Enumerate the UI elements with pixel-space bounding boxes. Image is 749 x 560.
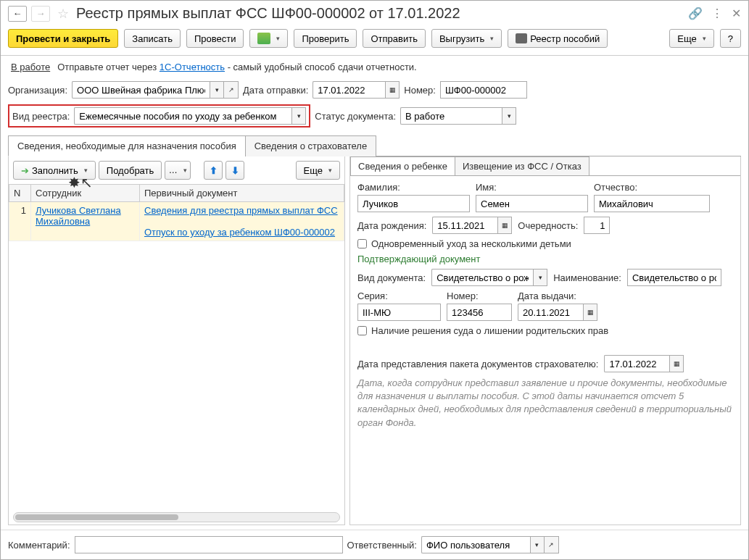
doc-status-input[interactable] xyxy=(400,107,502,125)
pname-input[interactable] xyxy=(594,195,710,212)
doc-status-dd-icon[interactable]: ▾ xyxy=(502,107,516,125)
doc-link[interactable]: Сведения для реестра прямых выплат ФСС xyxy=(144,205,338,216)
check-button[interactable]: Проверить xyxy=(294,29,357,48)
send-button[interactable]: Отправить xyxy=(363,29,425,48)
resp-dd-icon[interactable]: ▾ xyxy=(530,536,545,553)
col-doc[interactable]: Первичный документ xyxy=(140,185,344,202)
move-up-button[interactable]: ⬆ xyxy=(204,161,223,180)
pkg-hint: Дата, когда сотрудник представил заявлен… xyxy=(357,377,733,430)
h-scrollbar[interactable] xyxy=(13,512,340,522)
doctype-dd-icon[interactable]: ▾ xyxy=(533,269,547,286)
num-label: Номер: xyxy=(447,291,512,301)
series-label: Серия: xyxy=(357,291,441,301)
pick-button[interactable]: Подобрать xyxy=(99,161,162,180)
employee-link[interactable]: Лучикова Светлана Михайловна xyxy=(36,205,121,227)
docname-label: Наименование: xyxy=(553,272,621,283)
ellipsis-button[interactable]: … xyxy=(165,161,191,180)
fill-button[interactable]: ➔ Заполнить xyxy=(13,161,96,180)
tab-main[interactable]: Сведения, необходимые для назначения пос… xyxy=(8,135,246,156)
tab-insurer[interactable]: Сведения о страхователе xyxy=(245,135,376,156)
post-close-button[interactable]: Провести и закрыть xyxy=(8,29,118,48)
help-button[interactable]: ? xyxy=(720,29,741,48)
lname-label: Фамилия: xyxy=(357,182,470,193)
window-title: Реестр прямых выплат ФСС ШФ00-000002 от … xyxy=(76,5,684,22)
reg-type-label: Вид реестра: xyxy=(12,111,70,122)
pname-label: Отчество: xyxy=(594,182,710,193)
doctype-label: Вид документа: xyxy=(357,272,426,283)
post-button[interactable]: Провести xyxy=(186,29,244,48)
calendar-icon[interactable]: ▦ xyxy=(583,304,597,321)
docname-input[interactable] xyxy=(627,269,721,286)
multi-care-checkbox[interactable] xyxy=(357,239,367,248)
comment-input[interactable] xyxy=(75,536,343,553)
org-dd-icon[interactable]: ▾ xyxy=(210,81,224,99)
calendar-icon[interactable]: ▦ xyxy=(669,355,684,372)
save-button[interactable]: Записать xyxy=(124,29,181,48)
subtab-fss[interactable]: Извещение из ФСС / Отказ xyxy=(455,156,589,175)
send-date-label: Дата отправки: xyxy=(243,85,308,96)
fname-input[interactable] xyxy=(476,195,588,212)
doc-link[interactable]: Отпуск по уходу за ребенком ШФ00-000002 xyxy=(144,227,335,238)
reg-type-dd-icon[interactable]: ▾ xyxy=(291,107,306,125)
more-button[interactable]: Еще xyxy=(669,29,713,48)
col-n[interactable]: N xyxy=(9,185,31,202)
court-checkbox[interactable] xyxy=(357,326,367,335)
idate-label: Дата выдачи: xyxy=(518,291,605,301)
link-icon[interactable]: 🔗 xyxy=(688,7,703,20)
grid-more-button[interactable]: Еще xyxy=(296,161,340,180)
status-label: В работе xyxy=(11,62,50,72)
resp-input[interactable] xyxy=(421,536,530,553)
col-emp[interactable]: Сотрудник xyxy=(31,185,140,202)
close-icon[interactable]: ✕ xyxy=(732,7,741,20)
bdate-input[interactable] xyxy=(432,217,497,234)
calendar-icon[interactable]: ▦ xyxy=(385,81,400,99)
doc-status-label: Статус документа: xyxy=(315,111,396,122)
fname-label: Имя: xyxy=(476,182,588,193)
confirm-doc-title: Подтверждающий документ xyxy=(357,254,733,264)
resp-open-icon[interactable]: ↗ xyxy=(545,536,559,553)
table-row[interactable]: 1 Лучикова Светлана Михайловна Сведения … xyxy=(9,202,344,241)
order-label: Очередность: xyxy=(518,220,578,231)
bdate-label: Дата рождения: xyxy=(357,220,426,231)
calendar-icon[interactable]: ▦ xyxy=(497,217,512,234)
more-icon[interactable]: ⋮ xyxy=(711,7,723,20)
report-link[interactable]: 1С-Отчетность xyxy=(160,62,225,72)
resp-label: Ответственный: xyxy=(347,540,417,551)
printer-icon xyxy=(516,33,527,43)
send-date-input[interactable] xyxy=(313,81,385,99)
idate-input[interactable] xyxy=(518,304,583,321)
org-input[interactable] xyxy=(72,81,210,99)
series-input[interactable] xyxy=(357,304,441,321)
org-label: Организация: xyxy=(8,85,67,96)
num-input[interactable] xyxy=(447,304,512,321)
doc-action-button[interactable] xyxy=(249,29,288,48)
favorite-icon[interactable]: ☆ xyxy=(57,6,69,22)
fill-arrow-icon: ➔ xyxy=(21,165,29,176)
registry-button[interactable]: Реестр пособий xyxy=(508,29,608,48)
number-label: Номер: xyxy=(404,85,436,96)
back-button[interactable]: ← xyxy=(8,6,27,22)
move-down-button[interactable]: ⬇ xyxy=(225,161,244,180)
subtab-child[interactable]: Сведения о ребенке xyxy=(350,156,455,175)
lname-input[interactable] xyxy=(357,195,470,212)
doctype-input[interactable] xyxy=(431,269,533,286)
org-open-icon[interactable]: ↗ xyxy=(224,81,239,99)
number-input[interactable] xyxy=(440,81,527,99)
doc-icon xyxy=(257,33,270,44)
forward-button[interactable]: → xyxy=(31,6,50,22)
export-button[interactable]: Выгрузить xyxy=(431,29,502,48)
pkg-label: Дата представления пакета документов стр… xyxy=(357,359,598,369)
comment-label: Комментарий: xyxy=(8,540,70,551)
order-input[interactable] xyxy=(584,217,610,234)
pkg-date-input[interactable] xyxy=(604,355,669,372)
reg-type-input[interactable] xyxy=(74,107,291,125)
